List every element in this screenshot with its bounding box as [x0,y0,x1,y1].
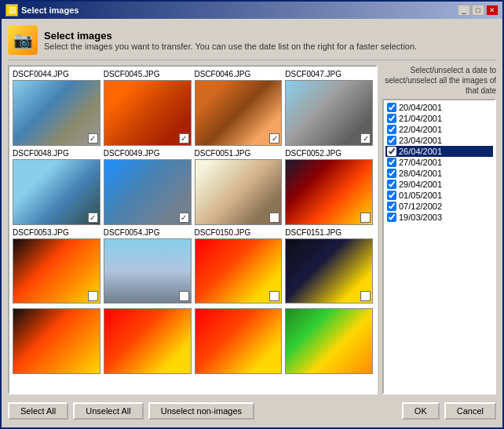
image-item: DSCF0044.JPG [13,70,100,146]
image-thumbnail[interactable] [13,238,100,304]
image-checkbox[interactable] [179,213,189,223]
close-button[interactable]: ✕ [486,5,499,16]
date-checkbox[interactable] [387,169,396,178]
image-label: DSCF0045.JPG [104,70,160,78]
header-text: Select images Select the images you want… [44,30,417,51]
header-title: Select images [44,30,417,42]
date-list-item[interactable]: 19/03/2003 [385,212,493,223]
date-hint: Select/unselect a date to select/unselec… [382,65,496,96]
date-list-item[interactable]: 28/04/2001 [385,168,493,179]
date-label: 29/04/2001 [399,180,442,189]
date-list-item[interactable]: 07/12/2002 [385,201,493,212]
date-list-item[interactable]: 23/04/2001 [385,135,493,146]
date-checkbox[interactable] [387,136,396,145]
image-item: DSCF0049.JPG [104,149,192,225]
date-list[interactable]: 20/04/200121/04/200122/04/200123/04/2001… [382,99,496,394]
image-thumbnail[interactable] [104,308,192,374]
images-grid: DSCF0044.JPGDSCF0045.JPGDSCF0046.JPGDSCF… [13,70,373,374]
bottom-left-buttons: Select All Unselect All Unselect non-ima… [8,402,254,420]
date-label: 23/04/2001 [399,136,442,145]
image-checkbox[interactable] [88,213,98,223]
date-checkbox[interactable] [387,180,396,189]
image-thumbnail[interactable] [285,80,373,146]
image-checkbox[interactable] [269,133,279,144]
images-scroll[interactable]: DSCF0044.JPGDSCF0045.JPGDSCF0046.JPGDSCF… [9,67,376,393]
date-checkbox[interactable] [387,213,396,222]
image-thumbnail[interactable] [285,308,373,374]
date-label: 28/04/2001 [399,169,442,178]
date-list-item[interactable]: 20/04/2001 [385,102,493,113]
image-label: DSCF0151.JPG [285,228,341,237]
image-item: DSCF0045.JPG [104,70,192,146]
ok-button[interactable]: OK [402,402,440,420]
image-checkbox[interactable] [269,213,279,223]
image-label: DSCF0054.JPG [104,228,160,237]
date-list-item[interactable]: 01/05/2001 [385,190,493,201]
image-label: DSCF0044.JPG [13,70,69,78]
date-label: 19/03/2003 [399,213,442,222]
header-icon: 📷 [8,25,38,55]
image-checkbox[interactable] [179,133,189,144]
image-label: DSCF0046.JPG [195,70,251,78]
date-checkbox[interactable] [387,191,396,200]
image-thumbnail[interactable] [104,80,192,146]
image-thumbnail[interactable] [195,159,283,225]
bottom-right-buttons: OK Cancel [402,402,496,420]
window-icon: 🖼 [5,4,18,16]
image-checkbox[interactable] [360,133,371,144]
image-thumbnail[interactable] [195,80,283,146]
image-thumbnail[interactable] [285,159,373,225]
image-thumbnail[interactable] [13,308,100,374]
date-list-item[interactable]: 21/04/2001 [385,113,493,124]
date-label: 01/05/2001 [399,191,442,200]
image-thumbnail[interactable] [13,159,100,225]
images-panel: DSCF0044.JPGDSCF0045.JPGDSCF0046.JPGDSCF… [8,65,378,394]
image-item [285,307,373,374]
select-all-button[interactable]: Select All [8,402,68,420]
date-checkbox[interactable] [387,114,396,123]
image-item: DSCF0150.JPG [195,228,283,304]
image-item [104,307,192,374]
date-checkbox[interactable] [387,202,396,211]
date-label: 21/04/2001 [399,114,442,123]
image-thumbnail[interactable] [104,238,192,304]
bottom-bar: Select All Unselect All Unselect non-ima… [8,399,496,421]
date-list-item[interactable]: 22/04/2001 [385,124,493,135]
date-checkbox[interactable] [387,103,396,112]
image-thumbnail[interactable] [13,80,100,146]
date-checkbox[interactable] [387,147,396,156]
image-checkbox[interactable] [360,291,371,301]
image-label: DSCF0150.JPG [195,228,251,237]
cancel-button[interactable]: Cancel [444,402,496,420]
date-list-item[interactable]: 27/04/2001 [385,157,493,168]
image-label: DSCF0047.JPG [285,70,341,78]
date-label: 20/04/2001 [399,103,442,112]
date-checkbox[interactable] [387,125,396,134]
unselect-all-button[interactable]: Unselect All [73,402,143,420]
image-checkbox[interactable] [360,213,371,223]
date-checkbox[interactable] [387,158,396,167]
right-panel: Select/unselect a date to select/unselec… [382,65,496,394]
image-thumbnail[interactable] [195,308,283,374]
maximize-button[interactable]: □ [472,5,484,16]
date-list-item[interactable]: 26/04/2001 [385,146,493,157]
image-item: DSCF0047.JPG [285,70,373,146]
title-bar-left: 🖼 Select images [5,4,79,16]
image-checkbox[interactable] [269,291,279,301]
date-list-item[interactable]: 29/04/2001 [385,179,493,190]
image-item: DSCF0151.JPG [285,228,373,304]
minimize-button[interactable]: _ [458,5,470,16]
image-item: DSCF0053.JPG [13,228,100,304]
date-label: 07/12/2002 [399,202,442,211]
image-item: DSCF0048.JPG [13,149,100,225]
image-thumbnail[interactable] [195,238,283,304]
image-checkbox[interactable] [88,291,98,301]
image-checkbox[interactable] [88,133,98,144]
image-thumbnail[interactable] [285,238,373,304]
image-thumbnail[interactable] [104,159,192,225]
image-label: DSCF0053.JPG [13,228,69,237]
image-label: DSCF0052.JPG [285,149,341,158]
title-buttons: _ □ ✕ [458,5,499,16]
unselect-non-images-button[interactable]: Unselect non-images [148,402,254,420]
image-checkbox[interactable] [179,291,189,301]
